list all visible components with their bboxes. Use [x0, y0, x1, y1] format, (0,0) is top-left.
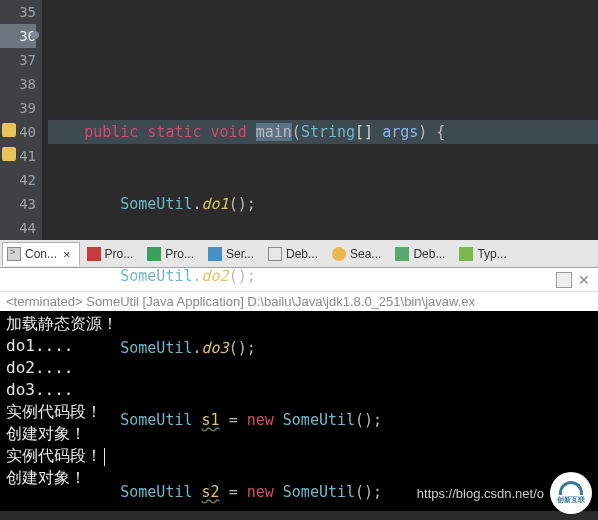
code-area[interactable]: public static void main(String[] args) {…: [42, 0, 598, 240]
watermark-text: https://blog.csdn.net/o: [417, 486, 544, 501]
line-number: 44: [0, 216, 36, 240]
line-number: 39: [0, 96, 36, 120]
variable: s1: [202, 411, 220, 429]
line-number: 43: [0, 192, 36, 216]
variable: s2: [202, 483, 220, 501]
line-number: 37: [0, 48, 36, 72]
console-icon: [7, 247, 21, 261]
line-number-gutter: 35 36 37 38 39 40 41 42 43 44: [0, 0, 42, 240]
line-number: 38: [0, 72, 36, 96]
watermark-logo-icon: 创新互联: [550, 472, 592, 514]
line-number: 42: [0, 168, 36, 192]
method-call: do1: [202, 195, 229, 213]
type: SomeUtil: [283, 411, 355, 429]
breakpoint-marker-icon[interactable]: [31, 31, 39, 39]
type: SomeUtil: [120, 195, 192, 213]
keyword: static: [147, 123, 201, 141]
code-line[interactable]: public static void main(String[] args) {: [48, 120, 598, 144]
keyword: public: [84, 123, 138, 141]
line-number: 40: [0, 120, 36, 144]
line-number: 41: [0, 144, 36, 168]
type: SomeUtil: [120, 483, 192, 501]
type: String: [301, 123, 355, 141]
keyword: new: [247, 483, 274, 501]
line-number: 35: [0, 0, 36, 24]
warning-marker-icon[interactable]: [2, 147, 16, 161]
method-name: main: [256, 123, 292, 141]
code-line[interactable]: [48, 48, 598, 72]
watermark: https://blog.csdn.net/o 创新互联: [417, 472, 592, 514]
code-line[interactable]: SomeUtil s1 = new SomeUtil();: [48, 408, 598, 432]
line-number: 36: [0, 24, 36, 48]
type: SomeUtil: [120, 411, 192, 429]
method-call: do2: [202, 267, 229, 285]
method-call: do3: [202, 339, 229, 357]
type: SomeUtil: [120, 267, 192, 285]
keyword: void: [211, 123, 247, 141]
warning-marker-icon[interactable]: [2, 123, 16, 137]
type: SomeUtil: [283, 483, 355, 501]
code-line[interactable]: SomeUtil.do1();: [48, 192, 598, 216]
code-line[interactable]: SomeUtil.do2();: [48, 264, 598, 288]
type: SomeUtil: [120, 339, 192, 357]
param: args: [382, 123, 418, 141]
keyword: new: [247, 411, 274, 429]
code-line[interactable]: SomeUtil.do3();: [48, 336, 598, 360]
code-editor[interactable]: 35 36 37 38 39 40 41 42 43 44 public sta…: [0, 0, 598, 240]
